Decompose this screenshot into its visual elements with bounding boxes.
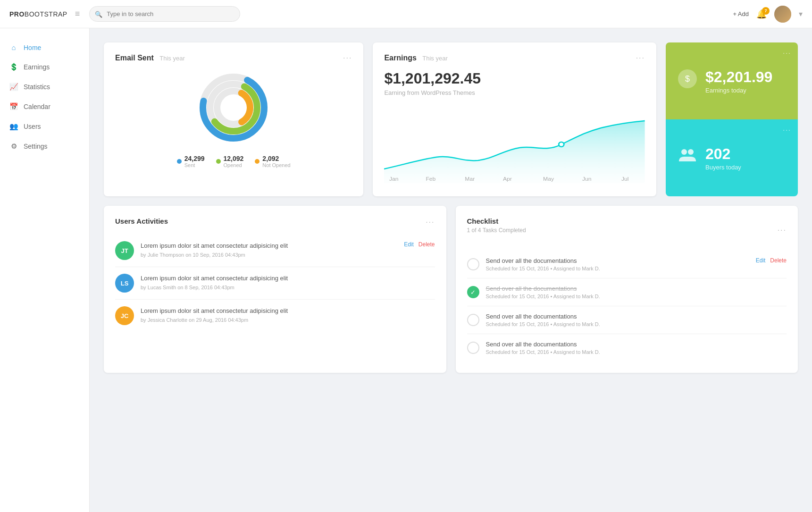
- menu-icon[interactable]: ≡: [75, 9, 80, 19]
- sidebar-item-calendar[interactable]: 📅 Calendar: [0, 97, 89, 117]
- check-meta-0: Scheduled for 15 Oct, 2016 • Assigned to…: [486, 266, 749, 271]
- checklist-more[interactable]: ···: [778, 226, 787, 235]
- earnings-today-more[interactable]: ···: [783, 49, 791, 57]
- earnings-amount: $1,201,292.45: [384, 70, 645, 87]
- activity-body-0: Lorem ipsum dolor sit amet consectetur a…: [141, 241, 397, 258]
- users-activities-card: Users Activities ··· JT Lorem ipsum dolo…: [104, 206, 446, 373]
- check-circle-0[interactable]: [467, 258, 479, 270]
- earnings-more[interactable]: ···: [636, 54, 645, 62]
- svg-point-16: [681, 149, 687, 155]
- legend-lbl-sent: Sent: [184, 162, 205, 168]
- search-input[interactable]: [89, 6, 240, 22]
- check-body-3: Send over all the documentations Schedul…: [486, 341, 787, 355]
- activity-item-1: LS Lorem ipsum dolor sit amet consectetu…: [115, 267, 435, 300]
- search-container: 🔍: [89, 6, 240, 22]
- sidebar-item-home[interactable]: ⌂ Home: [0, 38, 89, 57]
- legend-sent: 24,299 Sent: [177, 155, 205, 168]
- check-body-1: Send over all the documentations Schedul…: [486, 285, 787, 299]
- stats-icon: 📈: [9, 83, 18, 91]
- cards-row-1: Email Sent This year ···: [104, 42, 798, 196]
- notifications-button[interactable]: 🔔 7: [756, 9, 767, 19]
- checklist-subtitle: 1 of 4 Tasks Completed: [467, 227, 526, 234]
- check-circle-1[interactable]: ✓: [467, 286, 479, 298]
- check-meta-1: Scheduled for 15 Oct, 2016 • Assigned to…: [486, 294, 787, 299]
- avatar[interactable]: [774, 6, 791, 23]
- svg-text:Jan: Jan: [389, 176, 399, 182]
- sidebar-label-earnings: Earnings: [24, 63, 50, 71]
- svg-text:May: May: [543, 176, 554, 182]
- calendar-icon: 📅: [9, 102, 18, 111]
- sidebar-item-statistics[interactable]: 📈 Statistics: [0, 77, 89, 97]
- sidebar-label-settings: Settings: [24, 143, 48, 150]
- notif-badge: 7: [762, 7, 770, 15]
- sidebar-label-statistics: Statistics: [24, 83, 50, 91]
- svg-text:Apr: Apr: [503, 176, 512, 182]
- donut-chart: [196, 70, 271, 145]
- check-actions-0: Edit Delete: [756, 257, 787, 264]
- earnings-card: Earnings This year ··· $1,201,292.45 Ear…: [373, 42, 656, 196]
- main-content: Email Sent This year ···: [90, 28, 812, 512]
- home-icon: ⌂: [9, 43, 18, 51]
- search-icon: 🔍: [95, 10, 102, 17]
- checklist-list: Send over all the documentations Schedul…: [467, 251, 787, 361]
- add-button[interactable]: + Add: [733, 10, 749, 17]
- svg-text:Jun: Jun: [582, 176, 592, 182]
- check-item-1: ✓ Send over all the documentations Sched…: [467, 278, 787, 306]
- earnings-today-icon: $: [677, 68, 698, 93]
- activity-item-0: JT Lorem ipsum dolor sit amet consectetu…: [115, 235, 435, 267]
- activity-body-2: Lorem ipsum dolor sit amet consectetur a…: [141, 306, 428, 323]
- email-sent-title: Email Sent: [115, 54, 154, 62]
- legend-opened: 12,092 Opened: [216, 155, 244, 168]
- activity-more[interactable]: ···: [426, 218, 435, 227]
- sidebar-item-earnings[interactable]: 💲 Earnings: [0, 57, 89, 77]
- check-item-2: Send over all the documentations Schedul…: [467, 306, 787, 334]
- buyers-today-inner: 202 Buyers today: [677, 145, 787, 171]
- email-sent-more[interactable]: ···: [343, 54, 352, 62]
- check-meta-3: Scheduled for 15 Oct, 2016 • Assigned to…: [486, 349, 787, 355]
- sidebar-label-users: Users: [24, 123, 41, 130]
- edit-button-0[interactable]: Edit: [404, 241, 414, 248]
- check-title-2: Send over all the documentations: [486, 313, 787, 320]
- legend-val-sent: 24,299: [184, 155, 205, 162]
- check-edit-0[interactable]: Edit: [756, 257, 766, 264]
- avatar-image: [774, 6, 791, 23]
- sidebar-label-home: Home: [24, 44, 41, 51]
- legend-lbl-opened: Opened: [224, 162, 244, 168]
- sidebar-label-calendar: Calendar: [24, 103, 50, 110]
- earnings-today-inner: $ $2,201.99 Earnings today: [677, 68, 787, 94]
- user-dropdown-icon[interactable]: ▾: [799, 9, 803, 18]
- check-delete-0[interactable]: Delete: [770, 257, 787, 264]
- activity-actions-0: Edit Delete: [404, 241, 435, 248]
- activity-text-0: Lorem ipsum dolor sit amet consectetur a…: [141, 241, 397, 251]
- top-nav: PROBOOTSTRAP ≡ 🔍 + Add 🔔 7 ▾: [0, 0, 812, 28]
- check-title-0: Send over all the documentations: [486, 257, 749, 264]
- avatar-jt: JT: [115, 241, 134, 260]
- avatar-ls: LS: [115, 274, 134, 293]
- sidebar-item-settings[interactable]: ⚙ Settings: [0, 136, 89, 156]
- activity-body-1: Lorem ipsum dolor sit amet consectetur a…: [141, 274, 428, 290]
- svg-text:$: $: [685, 74, 690, 84]
- legend-dot-opened: [216, 159, 221, 164]
- check-item-3: Send over all the documentations Schedul…: [467, 334, 787, 361]
- email-sent-period: This year: [159, 55, 184, 62]
- earnings-header: Earnings This year ···: [384, 54, 645, 62]
- donut-chart-wrap: [115, 70, 352, 145]
- activity-list: JT Lorem ipsum dolor sit amet consectetu…: [115, 235, 435, 332]
- legend-dot-not-opened: [255, 159, 260, 164]
- earnings-subtitle: Earning from WordPress Themes: [384, 89, 645, 96]
- svg-text:Feb: Feb: [426, 176, 436, 182]
- activity-meta-1: by Lucas Smith on 8 Sep, 2016 04:43pm: [141, 285, 428, 290]
- svg-point-6: [559, 142, 564, 147]
- buyers-today-more[interactable]: ···: [783, 126, 791, 134]
- legend-not-opened: 2,092 Not Opened: [255, 155, 290, 168]
- check-circle-2[interactable]: [467, 314, 479, 326]
- buyers-today-value: 202: [705, 145, 741, 163]
- sidebar-item-users[interactable]: 👥 Users: [0, 117, 89, 136]
- check-circle-3[interactable]: [467, 342, 479, 354]
- checklist-header: Checklist 1 of 4 Tasks Completed ···: [467, 217, 787, 243]
- earnings-title: Earnings: [384, 54, 416, 62]
- donut-legend: 24,299 Sent 12,092 Opened: [115, 155, 352, 168]
- delete-button-0[interactable]: Delete: [419, 241, 435, 248]
- legend-dot-sent: [177, 159, 182, 164]
- avatar-jc: JC: [115, 306, 134, 325]
